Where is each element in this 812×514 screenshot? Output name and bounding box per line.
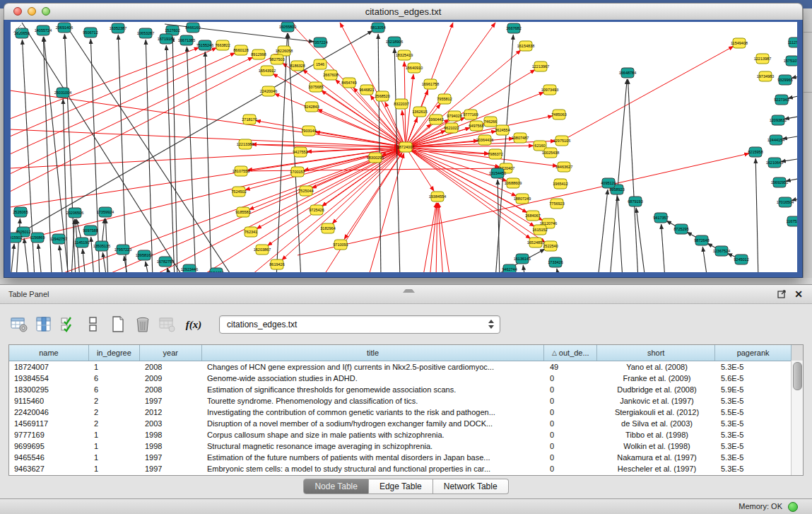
graph-edge[interactable] — [11, 148, 399, 243]
graph-node[interactable]: 16203867 — [254, 245, 271, 255]
graph-node[interactable]: 9462744 — [502, 264, 517, 272]
graph-edge[interactable] — [430, 203, 437, 272]
graph-node[interactable]: 12367524 — [713, 246, 730, 256]
table-row[interactable]: 946554611997Estimation of the future num… — [9, 452, 803, 463]
graph-node[interactable]: 7903144 — [301, 126, 316, 136]
graph-edge[interactable] — [322, 147, 406, 206]
graph-node[interactable]: 12213383 — [237, 139, 254, 149]
graph-node[interactable]: 19384554 — [429, 192, 446, 201]
graph-edge[interactable] — [38, 244, 42, 272]
graph-edge[interactable] — [149, 150, 400, 272]
graph-node[interactable]: 8186328 — [290, 61, 305, 71]
table-scrollbar[interactable] — [791, 361, 803, 475]
graph-node[interactable]: 9427552 — [293, 147, 307, 157]
graph-node[interactable]: 20691406 — [56, 23, 73, 33]
table-row[interactable]: 977716911998Corpus callosum shape and si… — [9, 429, 803, 440]
graph-node[interactable]: 1965412 — [553, 179, 567, 189]
table-row[interactable]: 2242004622012Investigating the contribut… — [9, 407, 803, 418]
graph-edge[interactable] — [276, 33, 288, 272]
graph-node[interactable]: 8466160 — [185, 23, 200, 33]
graph-node[interactable]: 17957223 — [114, 245, 131, 255]
graph-node[interactable]: 8322037 — [394, 99, 408, 109]
graph-node[interactable]: 9872648 — [694, 235, 709, 245]
graph-node[interactable]: 14055724 — [35, 25, 52, 35]
graph-edge[interactable] — [562, 46, 734, 141]
graph-node[interactable]: 2522540 — [543, 241, 558, 251]
column-header-pagerank[interactable]: pagerank — [715, 345, 792, 361]
graph-node[interactable]: 12213987 — [754, 54, 771, 64]
column-header-in-degree[interactable]: in_degree — [89, 345, 140, 361]
graph-edge[interactable] — [438, 203, 443, 272]
scrollbar-thumb[interactable] — [793, 362, 802, 390]
graph-edge[interactable] — [274, 93, 406, 147]
graph-node[interactable]: 9245012 — [734, 255, 748, 264]
function-builder-icon[interactable]: f(x) — [183, 319, 204, 331]
graph-node[interactable]: 8454749 — [341, 78, 356, 88]
graph-node[interactable]: 12942757 — [50, 234, 67, 244]
graph-edge[interactable] — [755, 158, 758, 272]
graph-node[interactable]: 6497568 — [469, 121, 483, 131]
graph-node[interactable]: 1145190 — [74, 238, 89, 247]
graph-edge[interactable] — [205, 52, 211, 272]
network-graph[interactable]: 2620650140557242069140695067121635238710… — [11, 22, 797, 272]
graph-edge[interactable] — [423, 203, 436, 272]
graph-node[interactable]: 1700157 — [290, 167, 305, 177]
graph-node[interactable]: 18325419 — [396, 50, 413, 60]
graph-node[interactable]: 9185583 — [235, 207, 250, 217]
graph-node[interactable]: 9417357 — [653, 213, 668, 223]
graph-edge[interactable] — [146, 262, 149, 272]
splitter-handle-icon[interactable] — [403, 286, 415, 293]
column-header-name[interactable]: name — [9, 345, 89, 361]
graph-edge[interactable] — [11, 47, 199, 119]
table-row[interactable]: 1456911722003Disruption of a novel membe… — [9, 418, 803, 429]
graph-node[interactable]: 7756923 — [549, 199, 564, 209]
graph-node[interactable]: 10688609 — [505, 178, 522, 188]
graph-node[interactable]: 16136141 — [514, 254, 531, 264]
float-panel-icon[interactable] — [777, 289, 787, 298]
table-row[interactable]: 911546021997Tourette syndrome. Phenomeno… — [9, 395, 803, 407]
graph-node[interactable]: 12975105 — [553, 136, 570, 146]
table-panel-header[interactable]: Table Panel ✕ — [0, 285, 812, 304]
graph-node[interactable]: 9227343 — [774, 95, 789, 105]
graph-node[interactable]: 7986372 — [488, 149, 502, 159]
table-row[interactable]: 1872400712008Changes of HCN gene express… — [9, 361, 803, 373]
graph-node[interactable]: 10025438 — [542, 148, 559, 158]
graph-node[interactable]: 12093832 — [770, 115, 787, 125]
graph-node[interactable]: 16640910 — [406, 63, 423, 73]
close-window-button[interactable] — [13, 7, 22, 16]
graph-node[interactable]: 75155246 — [196, 40, 213, 50]
graph-edge[interactable] — [167, 268, 170, 272]
graph-node[interactable]: 22420046 — [260, 86, 277, 96]
column-header-year[interactable]: year — [140, 345, 202, 361]
graph-edge[interactable] — [24, 238, 29, 272]
graph-node[interactable]: 1990443 — [428, 115, 443, 124]
table-selector-dropdown[interactable]: citations_edges.txt — [219, 315, 500, 334]
graph-node[interactable]: 16961758 — [422, 79, 439, 89]
graph-node[interactable]: 9827503 — [269, 54, 284, 64]
graph-node[interactable]: 13958167 — [136, 250, 153, 260]
graph-node[interactable]: 6879193 — [628, 197, 642, 206]
graph-node[interactable]: 25031004 — [54, 88, 71, 98]
graph-node[interactable]: 13505135 — [93, 241, 110, 251]
select-columns-icon[interactable] — [35, 315, 53, 334]
graph-edge[interactable] — [702, 247, 707, 272]
tab-edge-table[interactable]: Edge Table — [369, 479, 433, 494]
graph-edge[interactable] — [298, 153, 749, 255]
graph-node[interactable]: 11549408 — [731, 38, 748, 48]
graph-edge[interactable] — [618, 196, 623, 272]
graph-node[interactable]: 16210643 — [766, 158, 783, 168]
graph-node[interactable]: 9329966 — [777, 75, 792, 85]
graph-node[interactable]: 13154451 — [489, 168, 506, 178]
graph-edge[interactable] — [11, 147, 399, 168]
new-table-icon[interactable] — [109, 315, 127, 334]
graph-edge[interactable] — [406, 147, 543, 221]
graph-node[interactable]: 16671385 — [178, 35, 195, 45]
graph-node[interactable]: 3915902 — [11, 233, 23, 243]
graph-node[interactable]: 9794028 — [447, 111, 461, 121]
table-row[interactable]: 1938455462009Genome-wide association stu… — [9, 373, 803, 384]
delete-table-icon[interactable] — [134, 315, 152, 334]
graph-node[interactable]: 8660128 — [233, 45, 248, 55]
graph-node[interactable]: 8619426 — [269, 259, 284, 269]
graph-node[interactable]: 9646821 — [359, 85, 374, 95]
graph-node[interactable]: 2667608 — [323, 70, 338, 80]
